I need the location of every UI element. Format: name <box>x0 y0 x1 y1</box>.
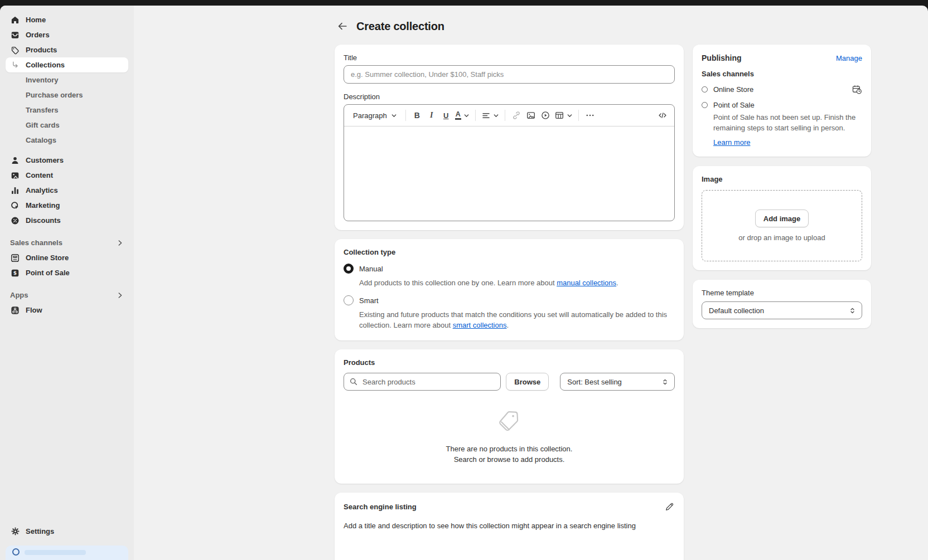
sidebar-item-label: Products <box>26 46 57 54</box>
search-products-input[interactable] <box>344 373 501 391</box>
insert-image-button[interactable] <box>524 108 538 123</box>
underline-button[interactable]: U <box>439 108 453 123</box>
sidebar-item-home[interactable]: Home <box>6 12 128 27</box>
more-formatting-button[interactable] <box>583 108 597 123</box>
toolbar-divider <box>475 110 476 121</box>
manual-collections-link[interactable]: manual collections <box>557 279 616 287</box>
italic-button[interactable]: I <box>424 108 439 123</box>
sidebar-item-label: Customers <box>26 156 64 164</box>
back-arrow-icon <box>337 21 348 32</box>
sidebar-item-products[interactable]: Products <box>6 42 128 57</box>
manage-link[interactable]: Manage <box>836 54 862 62</box>
theme-template-card: Theme template Default collection <box>693 280 871 328</box>
banner-icon <box>12 548 20 556</box>
sidebar: Home Orders Products Collections Invento… <box>0 6 134 560</box>
paragraph-style-dropdown[interactable]: Paragraph <box>349 108 402 123</box>
apps-section-header[interactable]: Apps <box>6 288 128 303</box>
person-icon <box>10 155 20 165</box>
image-card: Image Add image or drop an image to uplo… <box>693 166 871 270</box>
calendar-clock-icon[interactable] <box>852 84 862 95</box>
search-engine-listing-card: Search engine listing Add a title and de… <box>335 493 684 560</box>
sidebar-item-catalogs[interactable]: Catalogs <box>6 133 128 148</box>
page-header: Create collection <box>336 20 871 33</box>
smart-radio-row[interactable]: Smart <box>344 295 675 305</box>
learn-more-link[interactable]: Learn more <box>713 138 750 147</box>
sort-select[interactable]: Sort: Best selling <box>560 373 675 391</box>
image-heading: Image <box>702 175 862 183</box>
flow-app-icon <box>10 305 20 315</box>
empty-text-line1: There are no products in this collection… <box>344 444 675 454</box>
sidebar-item-transfers[interactable]: Transfers <box>6 103 128 118</box>
play-circle-icon <box>540 110 550 120</box>
theme-template-value: Default collection <box>709 306 764 315</box>
chevron-down-icon <box>567 113 573 119</box>
sidebar-item-label: Analytics <box>26 186 58 194</box>
insert-table-button[interactable] <box>553 108 574 123</box>
title-input[interactable] <box>344 65 675 84</box>
add-image-button[interactable]: Add image <box>755 210 809 227</box>
drop-hint-text: or drop an image to upload <box>738 233 825 242</box>
sidebar-item-inventory[interactable]: Inventory <box>6 72 128 87</box>
sidebar-item-collections[interactable]: Collections <box>6 57 128 72</box>
sidebar-item-settings[interactable]: Settings <box>6 524 128 539</box>
smart-help-text: Existing and future products that match … <box>359 309 669 330</box>
sidebar-item-orders[interactable]: Orders <box>6 27 128 42</box>
title-description-card: Title Description Paragraph B <box>335 45 684 230</box>
tag-icon <box>10 45 20 55</box>
products-card: Products Browse Sort: Best selling <box>335 349 684 484</box>
ellipsis-icon <box>585 110 595 120</box>
media-icon <box>10 171 20 181</box>
discount-badge-icon <box>10 216 20 226</box>
toolbar-divider <box>405 110 406 121</box>
sidebar-item-customers[interactable]: Customers <box>6 153 128 168</box>
chevron-right-icon <box>116 239 124 247</box>
bold-button[interactable]: B <box>410 108 424 123</box>
sidebar-item-label: Orders <box>26 31 50 39</box>
browse-button[interactable]: Browse <box>506 373 549 391</box>
products-heading: Products <box>344 358 675 367</box>
smart-label: Smart <box>359 296 379 305</box>
show-html-button[interactable] <box>655 108 670 123</box>
link-button[interactable] <box>509 108 524 123</box>
sidebar-item-marketing[interactable]: Marketing <box>6 198 128 213</box>
back-button[interactable] <box>336 20 349 33</box>
sidebar-item-analytics[interactable]: Analytics <box>6 183 128 198</box>
manual-radio[interactable] <box>344 264 354 274</box>
align-left-icon <box>481 111 491 120</box>
sidebar-item-online-store[interactable]: Online Store <box>6 250 128 265</box>
description-textarea[interactable] <box>344 126 674 221</box>
online-store-channel-dot <box>702 86 708 92</box>
theme-template-select[interactable]: Default collection <box>702 301 862 319</box>
sidebar-item-label: Point of Sale <box>26 269 70 277</box>
point-of-sale-channel-row: Point of Sale <box>702 101 862 109</box>
text-color-button[interactable]: A <box>453 108 471 123</box>
sidebar-item-purchase-orders[interactable]: Purchase orders <box>6 87 128 103</box>
sidebar-item-label: Content <box>26 171 53 179</box>
sidebar-item-label: Collections <box>26 61 65 69</box>
pencil-icon[interactable] <box>664 501 675 512</box>
pos-setup-note: Point of Sale has not been set up. Finis… <box>713 112 862 133</box>
sales-channels-section-header[interactable]: Sales channels <box>6 235 128 250</box>
description-label: Description <box>344 92 675 101</box>
manual-radio-row[interactable]: Manual <box>344 264 675 274</box>
products-empty-state: There are no products in this collection… <box>344 391 675 475</box>
sidebar-item-flow[interactable]: Flow <box>6 303 128 318</box>
sidebar-item-point-of-sale[interactable]: $ Point of Sale <box>6 265 128 280</box>
collection-type-heading: Collection type <box>344 248 675 256</box>
table-icon <box>554 110 564 120</box>
point-of-sale-channel-label: Point of Sale <box>713 101 755 109</box>
elbow-arrow-icon <box>10 60 20 70</box>
alignment-button[interactable] <box>480 108 501 123</box>
image-dropzone[interactable]: Add image or drop an image to upload <box>702 190 862 261</box>
sidebar-item-content[interactable]: Content <box>6 168 128 183</box>
smart-collections-link[interactable]: smart collections <box>453 321 507 329</box>
orders-icon <box>10 30 20 40</box>
sidebar-item-gift-cards[interactable]: Gift cards <box>6 118 128 133</box>
smart-radio[interactable] <box>344 295 354 305</box>
banner-text-clipped <box>25 550 86 555</box>
chevron-down-icon <box>493 113 499 119</box>
sidebar-bottom-banner[interactable] <box>6 546 128 560</box>
insert-video-button[interactable] <box>538 108 553 123</box>
sidebar-item-discounts[interactable]: Discounts <box>6 213 128 228</box>
toolbar-divider <box>505 110 505 121</box>
